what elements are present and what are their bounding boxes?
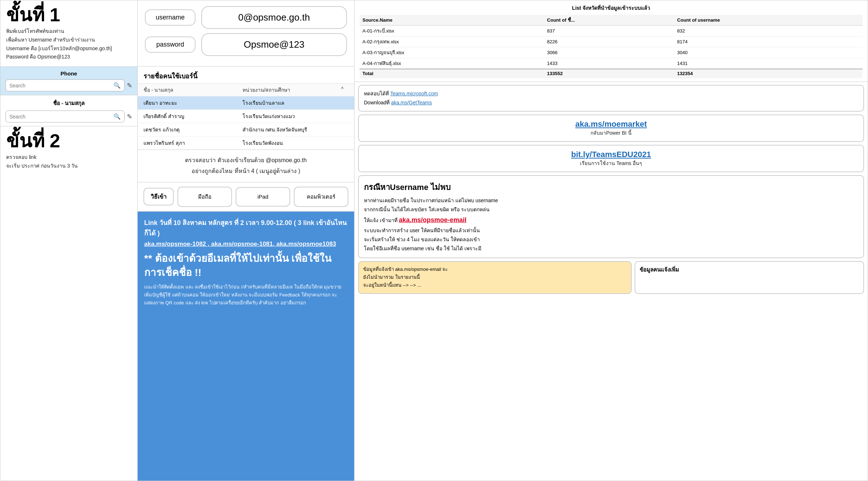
user-list-row[interactable]: แพรวไพรินทร์ สุภาโรงเรียนวัดพังงอน bbox=[138, 136, 354, 150]
username-label: username bbox=[145, 9, 195, 26]
method-ipad-btn[interactable]: iPad bbox=[236, 187, 290, 207]
bit-link[interactable]: bit.ly/TeamsEDU2021 bbox=[571, 150, 651, 159]
table-row: A-02-กรุงเทพ.xlsx82268174 bbox=[360, 36, 863, 47]
table-row: A-03-กาญจนบุรี.xlsx30663040 bbox=[360, 47, 863, 58]
name-search-wrap[interactable]: 🔍 bbox=[5, 110, 125, 122]
count1: 1433 bbox=[544, 58, 674, 69]
username-notfound-box: กรณีหาUsername ไม่พบ หากท่านเคยมีรายชื่อ… bbox=[358, 175, 864, 258]
user-list-row[interactable]: เตียนา อาทะมะโรงเรียนบ้านลาแล bbox=[138, 96, 354, 110]
col-count1: Count of ชื่... bbox=[544, 15, 674, 26]
name-search-icon[interactable]: 🔍 bbox=[113, 113, 121, 120]
password-row: password Opsmoe@123 bbox=[145, 33, 347, 56]
username-desc6: โดยใช้อีเมลที่ชื่อ username เช่น ชื่อ ใช… bbox=[364, 244, 858, 253]
login-area: username 0@opsmoe.go.th password Opsmoe@… bbox=[138, 0, 354, 66]
user-list-row[interactable]: เตชวัตร แก้วเกตุสำนักงาน กศน.จังหวัดจันท… bbox=[138, 123, 354, 136]
right-column: List จังหวัดที่นำข้อมูลเข้าระบบแล้ว Sour… bbox=[354, 0, 868, 481]
username-desc3: ให้แจ้ง เข้ามาที่ aka.ms/opsmoe-email bbox=[364, 214, 858, 226]
announce-small: แนะนำให้ติดตั้งแอพ และ ลงชื่อเข้าใช้เอาไ… bbox=[144, 283, 348, 307]
opsmoe-email-box: ข้อมูลที่แจ้งเข้า aka.ms/opsmoe-email จะ… bbox=[358, 261, 632, 294]
count2: 8174 bbox=[674, 36, 863, 47]
name-pencil-icon[interactable]: ✎ bbox=[127, 113, 132, 121]
opsmoe-note1: ข้อมูลที่แจ้งเข้า aka.ms/opsmoe-email จะ bbox=[363, 265, 627, 273]
count1: 8226 bbox=[544, 36, 674, 47]
source-name: A-02-กรุงเทพ.xlsx bbox=[360, 36, 544, 47]
username-link[interactable]: aka.ms/opsmoe-email bbox=[399, 216, 467, 224]
announce-line1: Link วันที่ 10 สิงหาคม หลักสูตร ที่ 2 เว… bbox=[144, 217, 348, 238]
teams-link2[interactable]: aka.ms/GetTeams bbox=[391, 100, 432, 105]
phone-box: Phone 🔍 ✎ bbox=[0, 67, 137, 95]
table-row: A-01-กระบี่.xlsx837832 bbox=[360, 26, 863, 36]
col2-header: หน่วยงาน/สถานศึกษา bbox=[242, 86, 341, 94]
verify-line1: ตรวจสอบว่า ตัวเองเข้าเรียนด้วย @opsmoe.g… bbox=[143, 155, 348, 166]
verify-box: ตรวจสอบว่า ตัวเองเข้าเรียนด้วย @opsmoe.g… bbox=[138, 150, 354, 182]
left-column: ขั้นที่ 1 พิมพ์เบอร์โทรศัพท์ของท่าน เพื่… bbox=[0, 0, 138, 481]
source-name: A-04-กาฬสินธุ์.xlsx bbox=[360, 58, 544, 69]
mid-column: username 0@opsmoe.go.th password Opsmoe@… bbox=[138, 0, 354, 481]
table-row: A-04-กาฬสินธุ์.xlsx14331431 bbox=[360, 58, 863, 69]
links-announcement: Link วันที่ 10 สิงหาคม หลักสูตร ที่ 2 เว… bbox=[138, 212, 354, 481]
announce-big: ** ต้องเข้าด้วยอีเมลที่ให้ไปเท่านั้น เพื… bbox=[144, 251, 348, 280]
username-desc5: จะเริ่มสร้างให้ ช่วง 4 โมง ของแต่ละวัน ใ… bbox=[364, 235, 858, 244]
count2: 832 bbox=[674, 26, 863, 36]
step2-box: ขั้นที่ 2 ตรวจสอบ link จะเริ่ม ประกาศ ก่… bbox=[0, 126, 137, 481]
user-name: เกียรติศักดิ์ สำราญ bbox=[143, 112, 242, 120]
user-org: โรงเรียนวัดพังงอน bbox=[242, 139, 341, 147]
user-list-box: รายชื่อคนใช้เบอร์นี้ ชื่อ - นามสกุล หน่ว… bbox=[138, 66, 354, 150]
user-list-header: ชื่อ - นามสกุล หน่วยงาน/สถานศึกษา ^ bbox=[138, 84, 354, 96]
teams-box: ทดสอบได้ที่ Teams.microsoft.com Download… bbox=[358, 85, 864, 112]
scroll-col bbox=[341, 112, 348, 120]
method-computer-btn[interactable]: คอมพิวเตอร์ bbox=[294, 187, 348, 207]
phone-search-icon[interactable]: 🔍 bbox=[113, 82, 121, 89]
method-box: วิธีเข้า มือถือ iPad คอมพิวเตอร์ bbox=[138, 182, 354, 212]
method-label: วิธีเข้า bbox=[143, 188, 174, 205]
col1-header: ชื่อ - นามสกุล bbox=[143, 86, 242, 94]
user-list-row[interactable]: เกียรติศักดิ์ สำราญโรงเรียนวัดแก่งหางแมว bbox=[138, 110, 354, 123]
total-label: Total bbox=[360, 69, 544, 78]
count2: 1431 bbox=[674, 58, 863, 69]
username-desc1: หากท่านเคยมีรายชื่อ ในประกาศก่อนหน้า แต่… bbox=[364, 196, 858, 205]
aka-sub: กลับมาPower BI นี้ bbox=[364, 129, 858, 137]
user-name: เตียนา อาทะมะ bbox=[143, 99, 242, 107]
phone-search-input[interactable] bbox=[9, 83, 113, 88]
phone-search-wrap[interactable]: 🔍 bbox=[5, 79, 125, 91]
announce-links[interactable]: aka.ms/opsmoe-1082 , aka.ms/opsmoe-1081,… bbox=[144, 240, 348, 248]
col-source: Source.Name bbox=[360, 15, 544, 26]
count2: 3040 bbox=[674, 47, 863, 58]
user-list-rows[interactable]: เตียนา อาทะมะโรงเรียนบ้านลาแลเกียรติศักด… bbox=[138, 96, 354, 150]
name-search-input[interactable] bbox=[9, 114, 113, 120]
step1-box: ขั้นที่ 1 พิมพ์เบอร์โทรศัพท์ของท่าน เพื่… bbox=[0, 0, 137, 67]
user-name: เตชวัตร แก้วเกตุ bbox=[143, 126, 242, 134]
table-title: List จังหวัดที่นำข้อมูลเข้าระบบแล้ว bbox=[360, 4, 863, 12]
name-search-row: 🔍 ✎ bbox=[5, 110, 132, 122]
total-count2: 132354 bbox=[674, 69, 863, 78]
verify-line2: อย่างถูกต้องไหม ที่หน้า 4 ( เมนูอยู่ด้าน… bbox=[143, 166, 348, 177]
username-notfound-title: กรณีหาUsername ไม่พบ bbox=[364, 180, 858, 195]
scroll-col bbox=[341, 126, 348, 134]
phone-pencil-icon[interactable]: ✎ bbox=[127, 82, 132, 90]
method-mobile-btn[interactable]: มือถือ bbox=[177, 187, 232, 207]
opsmoe-note2: ยังไม่นำมารวม ในรายงานนี้ bbox=[363, 273, 627, 281]
step1-desc: พิมพ์เบอร์โทรศัพท์ของท่าน เพื่อค้นหา Use… bbox=[6, 27, 132, 61]
count1: 837 bbox=[544, 26, 674, 36]
user-list-title: รายชื่อคนใช้เบอร์นี้ bbox=[138, 66, 354, 84]
source-name: A-01-กระบี่.xlsx bbox=[360, 26, 544, 36]
teams-link1[interactable]: Teams.microsoft.com bbox=[390, 91, 438, 96]
aka-box: aka.ms/moemarket กลับมาPower BI นี้ bbox=[358, 114, 864, 142]
phone-search-row: 🔍 ✎ bbox=[5, 79, 132, 91]
source-name: A-03-กาญจนบุรี.xlsx bbox=[360, 47, 544, 58]
report-title: ข้อมูลคนแจ้งเพิ่ม bbox=[640, 265, 859, 274]
aka-link[interactable]: aka.ms/moemarket bbox=[575, 120, 647, 129]
bit-sub: เรียนการใช้งาน Teams อื่นๆ bbox=[364, 159, 858, 167]
password-value: Opsmoe@123 bbox=[201, 33, 347, 56]
table-box: List จังหวัดที่นำข้อมูลเข้าระบบแล้ว Sour… bbox=[354, 0, 868, 82]
user-org: โรงเรียนบ้านลาแล bbox=[242, 99, 341, 107]
password-label: password bbox=[145, 36, 195, 53]
scroll-col bbox=[341, 139, 348, 147]
scroll-indicator: ^ bbox=[341, 86, 348, 94]
step2-title: ขั้นที่ 2 bbox=[6, 131, 132, 150]
name-box: ชื่อ - นามสกุล 🔍 ✎ bbox=[0, 95, 137, 126]
username-value: 0@opsmoe.go.th bbox=[201, 6, 347, 29]
opsmoe-note3: จะอยู่ในหน้านี้แทน --> --> ... bbox=[363, 281, 627, 289]
scroll-col bbox=[341, 99, 348, 107]
username-desc2: จากกรณีนั้น ไม่ได้ใส่เลขบัตร ใส่เลขผิด ห… bbox=[364, 205, 858, 214]
